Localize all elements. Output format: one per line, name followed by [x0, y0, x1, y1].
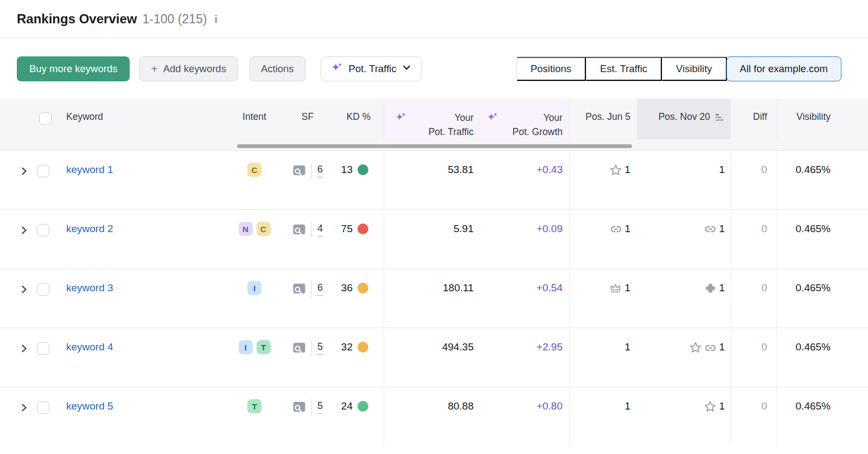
pos-nov-value: 1 [719, 164, 725, 176]
kd-dot [358, 223, 368, 234]
keyword-link[interactable]: keyword 1 [66, 164, 113, 176]
pos-jun-value: 1 [624, 282, 630, 294]
position-icons [703, 400, 717, 414]
diff-value: 0 [731, 269, 776, 328]
sf-count[interactable]: 4 [317, 223, 323, 236]
kd-value: 75 [341, 223, 353, 235]
keyword-link[interactable]: keyword 4 [66, 341, 113, 353]
segment-est-traffic[interactable]: Est. Traffic [586, 57, 662, 81]
divider [311, 399, 312, 415]
pot-growth-value: +2.95 [481, 328, 569, 387]
column-kd[interactable]: KD % [334, 99, 384, 139]
serp-features-icon[interactable] [292, 164, 306, 176]
divider [311, 281, 312, 297]
sf-count[interactable]: 6 [317, 283, 323, 296]
kd-dot [358, 283, 368, 293]
chevron-right-icon [20, 167, 29, 176]
intent-badges: NC [227, 210, 282, 268]
intent-badge-informational: I [247, 281, 261, 295]
link-icon [704, 222, 717, 236]
info-icon[interactable]: i [214, 13, 218, 25]
kd-value: 36 [341, 282, 353, 294]
chevron-right-icon [20, 344, 29, 353]
column-pot-traffic[interactable]: YourPot. Traffic [384, 99, 481, 139]
sf-count[interactable]: 5 [317, 342, 323, 355]
kd-dot [358, 401, 368, 412]
expand-row-button[interactable] [0, 269, 35, 328]
column-intent[interactable]: Intent [227, 99, 282, 139]
row-checkbox[interactable] [37, 224, 49, 236]
chevron-right-icon [20, 226, 29, 235]
ai-sparkle-icon [487, 111, 499, 127]
clover-icon [704, 282, 717, 295]
expand-row-button[interactable] [0, 210, 35, 268]
sf-count[interactable]: 5 [317, 401, 323, 414]
column-pos-jun-5[interactable]: Pos. Jun 5 [569, 99, 637, 139]
select-all-checkbox[interactable] [39, 112, 52, 125]
add-keywords-button[interactable]: + Add keywords [139, 56, 237, 81]
serp-features-icon[interactable] [292, 401, 306, 413]
column-pos-nov-20[interactable]: Pos. Nov 20 [637, 99, 731, 139]
row-checkbox[interactable] [37, 401, 49, 414]
crown-icon [608, 282, 623, 296]
serp-features-icon[interactable] [292, 223, 306, 235]
row-checkbox[interactable] [37, 165, 49, 177]
segment-visibility[interactable]: Visibility [662, 57, 726, 81]
divider [311, 163, 312, 179]
pot-growth-value: +0.43 [481, 151, 569, 209]
intent-badge-commercial: C [257, 222, 271, 236]
kd-dot [358, 164, 368, 175]
table-body: keyword 1 C 6 13 53.81 +0.43 1 1 0 0.465… [0, 150, 868, 446]
table-row: keyword 2 NC 4 75 5.91 +0.09 1 1 0 0.465… [0, 209, 868, 268]
expand-row-button[interactable] [0, 328, 35, 387]
chevron-right-icon [20, 403, 29, 412]
pos-jun-value: 1 [624, 400, 630, 412]
pot-traffic-value: 5.91 [384, 210, 481, 268]
sf-count[interactable]: 6 [317, 164, 323, 177]
toolbar: Buy more keywords + Add keywords Actions… [0, 39, 868, 99]
pos-nov-value: 1 [719, 341, 725, 353]
horizontal-scrollbar-thumb[interactable] [237, 144, 632, 148]
intent-badges: T [227, 387, 282, 446]
column-visibility[interactable]: Visibility [776, 99, 868, 139]
expand-row-button[interactable] [0, 151, 35, 209]
intent-badge-commercial: C [247, 163, 261, 177]
serp-features-icon[interactable] [292, 342, 306, 354]
divider [311, 340, 312, 356]
pot-traffic-value: 80.88 [384, 387, 481, 446]
kd-value: 32 [341, 341, 353, 353]
intent-badge-transactional: T [257, 340, 271, 354]
serp-features-icon[interactable] [292, 283, 306, 295]
expand-row-button[interactable] [0, 387, 35, 446]
buy-more-keywords-button[interactable]: Buy more keywords [17, 56, 130, 81]
title-bar: Rankings Overview 1-100 (215) i [0, 0, 868, 39]
column-sf[interactable]: SF [282, 99, 334, 139]
keyword-link[interactable]: keyword 5 [66, 400, 113, 412]
add-keywords-label: Add keywords [163, 63, 226, 75]
kd-value: 24 [341, 400, 353, 412]
buy-more-keywords-label: Buy more keywords [29, 63, 117, 75]
table-row: keyword 3 I 6 36 180.11 +0.54 1 1 0 0.46… [0, 268, 868, 328]
visibility-value: 0.465% [776, 387, 868, 446]
keyword-link[interactable]: keyword 2 [66, 223, 113, 235]
segment-all-for-domain[interactable]: All for example.com [726, 56, 841, 81]
intent-badge-transactional: T [247, 399, 261, 413]
column-pot-growth[interactable]: YourPot. Growth [481, 99, 569, 139]
metric-dropdown[interactable]: Pot. Traffic [321, 56, 422, 81]
position-icons [609, 222, 623, 236]
row-checkbox[interactable] [37, 283, 49, 296]
column-diff[interactable]: Diff [731, 99, 776, 139]
diff-value: 0 [731, 387, 776, 446]
segment-positions[interactable]: Positions [517, 57, 586, 81]
keyword-link[interactable]: keyword 3 [66, 282, 113, 294]
actions-label: Actions [261, 63, 294, 75]
actions-button[interactable]: Actions [250, 56, 305, 81]
star-icon [688, 341, 703, 355]
row-checkbox[interactable] [37, 342, 49, 355]
page-title: Rankings Overview [17, 11, 137, 27]
position-icons [704, 222, 717, 236]
intent-badges: I [227, 269, 282, 328]
column-keyword[interactable]: Keyword [60, 99, 227, 139]
intent-badges: IT [227, 328, 282, 387]
position-icons [608, 282, 623, 296]
